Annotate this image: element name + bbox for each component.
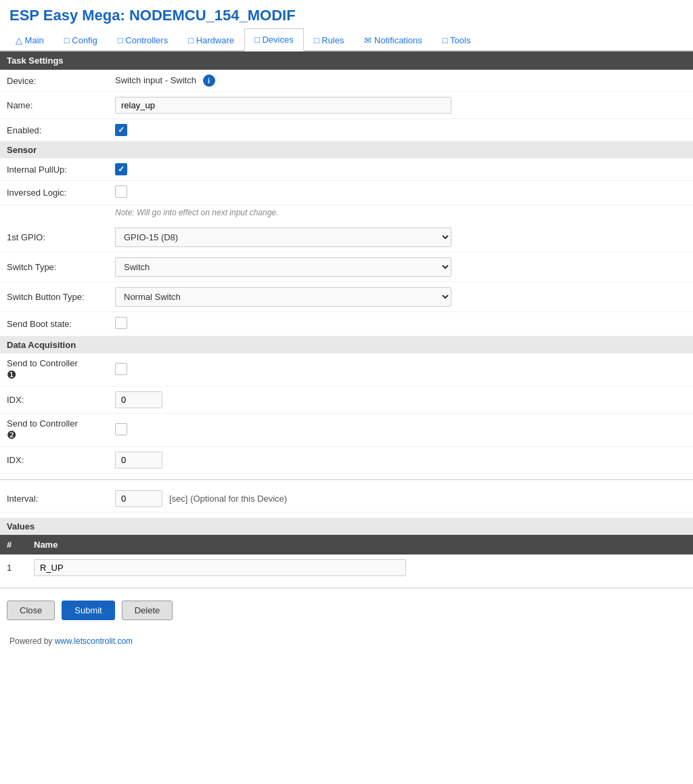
enabled-control [115, 124, 686, 136]
interval-suffix: [sec] (Optional for this Device) [169, 494, 287, 504]
name-label: Name: [7, 100, 115, 110]
col-num: # [0, 535, 27, 554]
inversed-logic-label: Inversed Logic: [7, 188, 115, 198]
idx2-row: IDX: [0, 447, 693, 474]
name-input[interactable] [115, 97, 451, 114]
row-num: 1 [0, 554, 27, 581]
task-settings-header: Task Settings [0, 51, 693, 70]
gpio-label: 1st GPIO: [7, 232, 115, 242]
inversed-logic-note: Note: Will go into effect on next input … [0, 205, 693, 223]
nav-bar: △ Main □ Config □ Controllers □ Hardware… [0, 28, 693, 51]
device-info-icon[interactable]: i [203, 74, 215, 87]
footer-text: Powered by [9, 636, 55, 646]
sensor-header: Sensor [0, 141, 693, 158]
gpio-control: GPIO-15 (D8) GPIO-0 (D3) GPIO-2 (D4) GPI… [115, 227, 686, 247]
footer-link[interactable]: www.letscontrolit.com [55, 636, 133, 646]
switch-type-row: Switch Type: Switch Dimmer [0, 253, 693, 282]
tab-main[interactable]: △ Main [5, 28, 54, 51]
idx2-label: IDX: [7, 455, 115, 465]
send-controller1-row: Send to Controller ❶ [0, 353, 693, 387]
idx1-row: IDX: [0, 387, 693, 414]
device-label: Device: [7, 76, 115, 86]
enabled-checkbox[interactable] [115, 124, 127, 136]
send-boot-state-checkbox[interactable] [115, 317, 127, 329]
tab-notifications[interactable]: ✉ Notifications [354, 28, 432, 51]
switch-type-control: Switch Dimmer [115, 257, 686, 277]
idx1-input[interactable] [115, 391, 162, 408]
tab-tools[interactable]: □ Tools [432, 28, 481, 51]
send-boot-state-control [115, 317, 686, 331]
switch-type-select[interactable]: Switch Dimmer [115, 257, 451, 277]
send-boot-state-label: Send Boot state: [7, 319, 115, 329]
device-value: Switch input - Switch i [115, 74, 686, 87]
send-controller1-control [115, 363, 686, 377]
row-name-cell [27, 554, 693, 581]
inversed-logic-row: Inversed Logic: [0, 181, 693, 205]
name-row: Name: [0, 92, 693, 119]
interval-row: Interval: [sec] (Optional for this Devic… [0, 485, 693, 513]
switch-button-type-control: Normal Switch Push Button Active Low Pus… [115, 287, 686, 307]
button-bar: Close Submit Delete [0, 594, 693, 628]
internal-pullup-row: Internal PullUp: [0, 158, 693, 181]
switch-button-type-row: Switch Button Type: Normal Switch Push B… [0, 282, 693, 312]
interval-control: [sec] (Optional for this Device) [115, 490, 686, 507]
interval-input[interactable] [115, 490, 162, 507]
name-control [115, 97, 686, 114]
device-row: Device: Switch input - Switch i [0, 70, 693, 92]
inversed-logic-control [115, 186, 686, 200]
tab-controllers[interactable]: □ Controllers [108, 28, 178, 51]
device-value-text: Switch input - Switch [115, 75, 196, 85]
send-controller1-label: Send to Controller ❶ [7, 358, 115, 381]
idx1-control [115, 391, 686, 408]
tab-config[interactable]: □ Config [54, 28, 108, 51]
idx2-control [115, 452, 686, 469]
footer: Powered by www.letscontrolit.com [0, 628, 693, 654]
close-button[interactable]: Close [7, 601, 55, 620]
send-controller2-label: Send to Controller ❷ [7, 418, 115, 441]
table-row: 1 [0, 554, 693, 581]
switch-button-type-label: Switch Button Type: [7, 292, 115, 302]
send-controller1-checkbox[interactable] [115, 363, 127, 375]
tab-hardware[interactable]: □ Hardware [178, 28, 244, 51]
send-controller2-checkbox[interactable] [115, 423, 127, 435]
values-header: Values [0, 518, 693, 535]
internal-pullup-control [115, 163, 686, 175]
submit-button[interactable]: Submit [62, 601, 114, 620]
inversed-logic-checkbox[interactable] [115, 186, 127, 198]
send-controller2-row: Send to Controller ❷ [0, 414, 693, 447]
idx2-input[interactable] [115, 452, 162, 469]
gpio-row: 1st GPIO: GPIO-15 (D8) GPIO-0 (D3) GPIO-… [0, 223, 693, 253]
idx1-label: IDX: [7, 395, 115, 405]
app-title: ESP Easy Mega: NODEMCU_154_MODIF [0, 0, 693, 28]
values-table: # Name 1 [0, 535, 693, 581]
send-boot-state-row: Send Boot state: [0, 312, 693, 336]
controller2-badge: ❷ [7, 429, 16, 441]
tab-rules[interactable]: □ Rules [304, 28, 355, 51]
send-controller2-control [115, 423, 686, 437]
interval-label: Interval: [7, 494, 115, 504]
col-name: Name [27, 535, 693, 554]
internal-pullup-label: Internal PullUp: [7, 165, 115, 175]
gpio-select[interactable]: GPIO-15 (D8) GPIO-0 (D3) GPIO-2 (D4) GPI… [115, 227, 451, 247]
enabled-row: Enabled: [0, 119, 693, 141]
switch-type-label: Switch Type: [7, 262, 115, 272]
controller1-badge: ❶ [7, 369, 16, 380]
switch-button-type-select[interactable]: Normal Switch Push Button Active Low Pus… [115, 287, 451, 307]
data-acquisition-header: Data Acquisition [0, 336, 693, 353]
internal-pullup-checkbox[interactable] [115, 163, 127, 175]
delete-button[interactable]: Delete [122, 601, 173, 620]
row-name-input[interactable] [34, 559, 406, 576]
enabled-label: Enabled: [7, 125, 115, 135]
tab-devices[interactable]: □ Devices [244, 28, 304, 51]
